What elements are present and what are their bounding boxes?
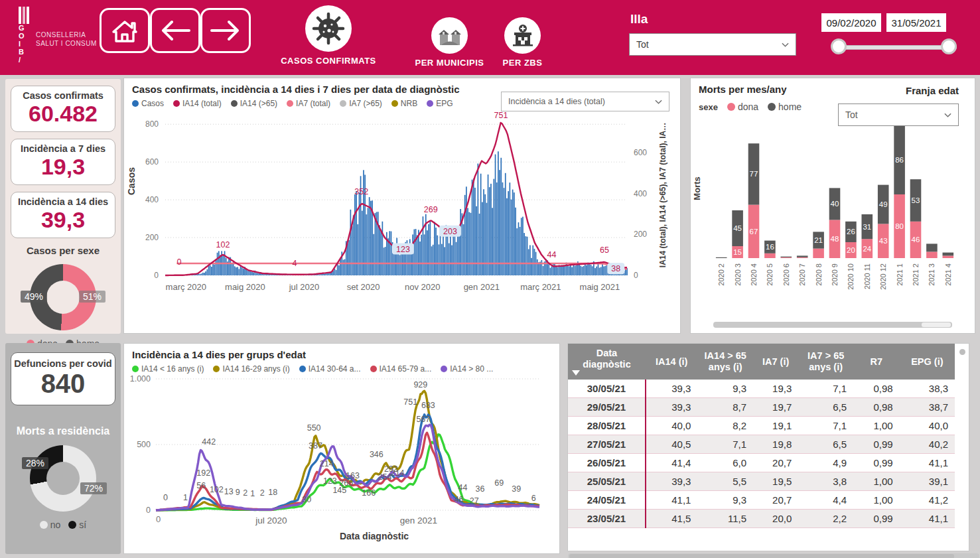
morts-chart-visual[interactable]: Morts2020 215452020 367772020 4162020 52… xyxy=(691,113,972,306)
svg-text:2: 2 xyxy=(260,488,265,498)
legend-si[interactable]: sí xyxy=(68,520,86,530)
home-button[interactable] xyxy=(100,8,150,53)
svg-text:166: 166 xyxy=(362,488,376,498)
back-button[interactable] xyxy=(150,8,200,53)
svg-text:0: 0 xyxy=(163,493,168,502)
main-legend-item-4[interactable]: IA7 (>65) xyxy=(340,99,382,108)
table-row[interactable]: 29/05/2139,38,719,76,50,9838,7 xyxy=(568,398,955,417)
main-chart-measure-dropdown[interactable]: Incidència a 14 dies (total) xyxy=(501,92,669,111)
age-line-2[interactable] xyxy=(156,415,539,510)
casos-per-sexe-donut[interactable]: 49% 51% xyxy=(30,264,96,330)
table-vertical-scrollbar[interactable] xyxy=(959,349,965,355)
date-end-field[interactable]: 31/05/2021 xyxy=(886,13,946,32)
column-header-0[interactable]: Datadiagnòstic xyxy=(568,344,646,380)
menu-casos-confirmats[interactable]: CASOS CONFIRMATS xyxy=(279,5,378,66)
table-row[interactable]: 27/05/2140,57,119,86,50,9940,2 xyxy=(568,435,955,454)
age-legend-item-2[interactable]: IA14 30-64 a... xyxy=(299,364,361,374)
table-row[interactable]: 28/05/2140,08,219,17,11,0040,0 xyxy=(568,417,955,435)
table-cell: 29/05/21 xyxy=(568,398,646,417)
page-horizontal-scrollbar[interactable] xyxy=(568,553,979,558)
svg-text:24: 24 xyxy=(863,245,871,253)
illa-select[interactable]: Tot xyxy=(629,33,796,56)
table-row[interactable]: 23/05/2141,511,520,02,20,9941,1 xyxy=(568,510,955,528)
table-row[interactable]: 26/05/2141,46,020,74,90,9941,1 xyxy=(568,454,955,472)
age-legend-item-3[interactable]: IA14 65-79 a... xyxy=(370,364,432,374)
table-cell: 6,5 xyxy=(798,435,853,454)
menu-per-municipis[interactable]: PER MUNICIPIS xyxy=(411,17,488,68)
svg-text:9: 9 xyxy=(236,488,240,497)
column-header-4[interactable]: IA7 > 65anys (i) xyxy=(798,344,853,380)
casos-per-sexe-title: Casos per sexe xyxy=(5,245,121,256)
svg-text:0: 0 xyxy=(634,271,638,280)
svg-text:56: 56 xyxy=(196,481,206,490)
legend-no[interactable]: no xyxy=(40,520,61,530)
legend-dona[interactable]: dona xyxy=(727,102,758,112)
svg-text:16: 16 xyxy=(766,243,774,251)
svg-text:67: 67 xyxy=(750,228,758,236)
column-header-5[interactable]: R7 xyxy=(853,344,900,380)
table-cell: 41,4 xyxy=(646,454,698,472)
legend-dot xyxy=(427,100,433,107)
forward-button[interactable] xyxy=(200,8,251,53)
svg-text:48: 48 xyxy=(831,235,839,243)
table-cell: 0,99 xyxy=(853,435,900,454)
age-chart-visual[interactable]: 05001.0000144219256102139212183055038721… xyxy=(124,374,557,547)
svg-text:43: 43 xyxy=(879,237,888,245)
morts-residencia-donut[interactable]: 28% 72% xyxy=(30,445,96,512)
main-chart-visual[interactable]: 02004006008000200400600CasosIA14 (total)… xyxy=(124,108,679,319)
morts-bars[interactable]: 2020 215452020 367772020 4162020 52020 6… xyxy=(716,126,953,290)
chevron-down-icon xyxy=(782,41,789,48)
residencia-legend: no sí xyxy=(5,520,121,530)
table-cell: 38,7 xyxy=(900,398,955,417)
column-header-2[interactable]: IA14 > 65anys (i) xyxy=(697,344,753,380)
table-cell: 38,3 xyxy=(900,380,955,398)
date-start-field[interactable]: 09/02/2020 xyxy=(821,13,881,32)
range-slider-handle-end[interactable] xyxy=(941,38,957,54)
table-cell: 0,99 xyxy=(853,510,900,528)
main-legend-item-2[interactable]: IA14 (>65) xyxy=(231,99,277,108)
date-range-slider[interactable] xyxy=(837,45,957,50)
table-cell: 7,1 xyxy=(697,435,753,454)
column-header-1[interactable]: IA14 (i) xyxy=(646,344,698,380)
main-legend-item-5[interactable]: NRB xyxy=(391,99,417,108)
legend-home[interactable]: home xyxy=(768,102,802,112)
svg-text:2020 12: 2020 12 xyxy=(879,263,887,290)
range-slider-handle-start[interactable] xyxy=(831,38,847,54)
main-legend-item-1[interactable]: IA14 (total) xyxy=(173,99,222,108)
table-cell: 8,7 xyxy=(697,398,753,417)
top-header-bar: GOIB/ CONSELLERIASALUT I CONSUM xyxy=(0,0,980,75)
svg-text:683: 683 xyxy=(421,401,435,410)
morts-horizontal-scrollbar[interactable] xyxy=(713,322,952,328)
dropdown-value: Incidència a 14 dies (total) xyxy=(508,97,605,106)
table-cell: 19,7 xyxy=(753,398,798,417)
menu-per-zbs[interactable]: PER ZBS xyxy=(494,17,551,68)
table-row[interactable]: 24/05/2141,19,320,74,41,0041,2 xyxy=(568,491,955,510)
main-legend-item-3[interactable]: IA7 (total) xyxy=(287,99,330,108)
svg-text:254: 254 xyxy=(378,472,392,482)
main-legend-item-6[interactable]: EPG xyxy=(427,99,453,108)
table-cell: 41,1 xyxy=(900,454,955,472)
table-row[interactable]: 30/05/2139,39,319,37,10,9838,3 xyxy=(568,380,955,398)
svg-text:2021 1: 2021 1 xyxy=(896,263,904,286)
age-legend-item-1[interactable]: IA14 16-29 anys (i) xyxy=(213,364,289,374)
age-legend-item-4[interactable]: IA14 > 80 ... xyxy=(441,364,493,374)
goib-letters: GOIB/ xyxy=(19,24,29,64)
svg-text:21: 21 xyxy=(814,236,823,244)
casos-bars[interactable] xyxy=(188,151,628,275)
table-cell: 6,5 xyxy=(798,398,853,417)
illa-label: Illa xyxy=(630,12,648,27)
morts-y-label: Morts xyxy=(692,176,702,200)
svg-text:600: 600 xyxy=(145,157,159,167)
svg-text:0: 0 xyxy=(146,506,151,515)
svg-text:Data diagnòstic: Data diagnòstic xyxy=(340,531,409,541)
svg-text:500: 500 xyxy=(137,440,151,449)
franja-edat-select[interactable]: Tot xyxy=(838,104,959,126)
main-legend-item-0[interactable]: Casos xyxy=(132,99,164,108)
main-chart-panel: Casos confirmats, incidència a 14 dies i… xyxy=(123,78,681,334)
column-header-6[interactable]: EPG (i) xyxy=(900,344,955,380)
table-cell: 1,00 xyxy=(853,472,900,491)
table-cell: 39,3 xyxy=(646,398,698,417)
table-row[interactable]: 25/05/2139,35,519,53,81,0039,1 xyxy=(568,472,955,491)
age-legend-item-0[interactable]: IA14 < 16 anys (i) xyxy=(132,364,204,374)
column-header-3[interactable]: IA7 (i) xyxy=(753,344,798,380)
